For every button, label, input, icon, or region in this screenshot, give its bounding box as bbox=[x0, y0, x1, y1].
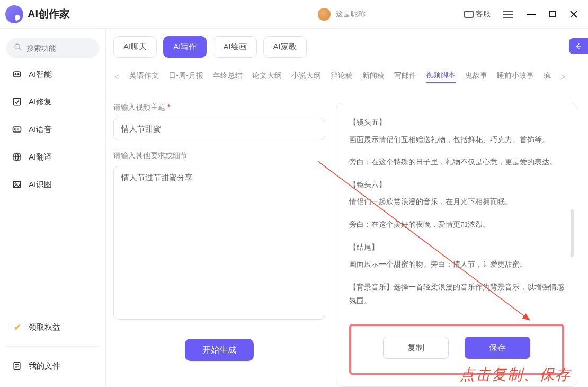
sidebar-item-ai-smart[interactable]: AI智能 bbox=[6, 63, 99, 86]
svg-rect-5 bbox=[13, 127, 21, 132]
svg-point-3 bbox=[17, 74, 19, 75]
app-title: AI创作家 bbox=[28, 7, 70, 21]
sidebar-item-label: AI语音 bbox=[29, 125, 52, 135]
sidebar-item-files[interactable]: 我的文件 bbox=[6, 354, 99, 377]
window-close[interactable] bbox=[565, 6, 583, 22]
sidebar-item-ai-translate[interactable]: AI翻译 bbox=[6, 145, 99, 169]
window-maximize[interactable] bbox=[544, 6, 562, 22]
svg-rect-4 bbox=[13, 98, 20, 105]
right-controls: 客服 — bbox=[461, 6, 583, 22]
user-name: 这是昵称 bbox=[336, 10, 366, 19]
window-minimize[interactable]: — bbox=[522, 6, 540, 22]
subnav-item[interactable]: 年终总结 bbox=[213, 71, 243, 83]
subnav-item[interactable]: 鬼故事 bbox=[465, 71, 487, 83]
sidebar-item-label: AI翻译 bbox=[29, 152, 52, 162]
titlebar: AI创作家 这是昵称 客服 — bbox=[0, 0, 588, 29]
detail-label: 请输入其他要求或细节 bbox=[113, 151, 325, 161]
topic-input[interactable] bbox=[113, 118, 325, 140]
menu-icon[interactable] bbox=[503, 11, 513, 18]
search-input[interactable] bbox=[26, 44, 119, 52]
app-logo bbox=[5, 5, 23, 23]
translate-icon bbox=[12, 152, 22, 162]
sidebar-item-rights[interactable]: 领取权益 bbox=[6, 315, 99, 339]
sidebar-item-ai-repair[interactable]: AI修复 bbox=[6, 90, 99, 113]
subnav-item[interactable]: 日-周-月报 bbox=[168, 71, 203, 83]
search-icon bbox=[14, 43, 22, 54]
tab-ai-write[interactable]: AI写作 bbox=[163, 36, 207, 58]
form-column: 请输入视频主题* 请输入其他要求或细节 情人节过节甜蜜分享 开始生成 bbox=[113, 103, 325, 387]
support-label: 客服 bbox=[476, 10, 491, 19]
sidebar-item-label: AI识图 bbox=[29, 180, 52, 190]
sidebar-item-ai-image[interactable]: AI识图 bbox=[6, 173, 99, 196]
avatar-icon bbox=[318, 8, 331, 21]
repair-icon bbox=[12, 96, 22, 107]
subnav-prev[interactable]: < bbox=[113, 73, 120, 81]
robot-icon bbox=[12, 69, 22, 80]
subnav-item[interactable]: 辩论稿 bbox=[331, 71, 353, 83]
subnav-item[interactable]: 小说大纲 bbox=[291, 71, 321, 83]
sidebar-item-label: 我的文件 bbox=[29, 361, 60, 371]
sidebar-item-label: AI智能 bbox=[29, 69, 52, 80]
annotation-text: 点击复制、保存 bbox=[460, 365, 571, 385]
tabs-row: AI聊天 AI写作 AI绘画 AI家教 bbox=[113, 36, 577, 58]
save-button[interactable]: 保存 bbox=[465, 337, 530, 359]
svg-point-0 bbox=[15, 44, 20, 49]
image-icon bbox=[12, 179, 22, 190]
subnav-next[interactable]: > bbox=[560, 73, 567, 81]
detail-textarea[interactable]: 情人节过节甜蜜分享 bbox=[113, 166, 325, 320]
voice-icon bbox=[12, 124, 22, 135]
content: 请输入视频主题* 请输入其他要求或细节 情人节过节甜蜜分享 开始生成 【镜头五】… bbox=[113, 89, 577, 387]
output-panel: 【镜头五】 画面展示情侣们互相赠送礼物，包括鲜花、巧克力、首饰等。 旁白：在这个… bbox=[336, 103, 577, 387]
subnav-item[interactable]: 论文大纲 bbox=[252, 71, 282, 83]
user-block[interactable]: 这是昵称 bbox=[318, 8, 366, 21]
sidebar-item-label: 领取权益 bbox=[29, 322, 60, 332]
copy-button[interactable]: 复制 bbox=[383, 337, 449, 359]
svg-point-2 bbox=[15, 74, 16, 75]
subnav-item[interactable]: 英语作文 bbox=[129, 71, 159, 83]
search-box[interactable] bbox=[6, 38, 99, 58]
sidebar-item-label: AI修复 bbox=[29, 97, 52, 107]
generate-button[interactable]: 开始生成 bbox=[185, 339, 254, 361]
divider bbox=[6, 346, 99, 347]
subnav-item-active[interactable]: 视频脚本 bbox=[426, 71, 456, 83]
check-icon bbox=[12, 322, 22, 332]
subnav-item[interactable]: 睡前小故事 bbox=[497, 71, 534, 83]
tab-ai-draw[interactable]: AI绘画 bbox=[213, 36, 256, 58]
subnav: < 英语作文 日-周-月报 年终总结 论文大纲 小说大纲 辩论稿 新闻稿 写邮件… bbox=[113, 67, 577, 89]
file-icon bbox=[12, 360, 22, 371]
subnav-item[interactable]: 疯 bbox=[544, 71, 551, 83]
sidebar: AI智能 AI修复 AI语音 AI翻译 AI识图 领取权益 我的文件 bbox=[0, 29, 106, 387]
sidebar-item-ai-voice[interactable]: AI语音 bbox=[6, 118, 99, 141]
back-button[interactable] bbox=[569, 38, 588, 54]
subnav-item[interactable]: 新闻稿 bbox=[362, 71, 385, 83]
support-button[interactable]: 客服 bbox=[461, 7, 494, 21]
topic-label: 请输入视频主题* bbox=[113, 103, 325, 112]
subnav-item[interactable]: 写邮件 bbox=[394, 71, 416, 83]
main: AI聊天 AI写作 AI绘画 AI家教 < 英语作文 日-周-月报 年终总结 论… bbox=[106, 29, 588, 387]
svg-rect-1 bbox=[13, 72, 20, 77]
scrollbar[interactable] bbox=[571, 209, 574, 257]
chat-icon bbox=[464, 11, 474, 18]
tab-ai-tutor[interactable]: AI家教 bbox=[263, 36, 307, 58]
output-text: 【镜头五】 画面展示情侣们互相赠送礼物，包括鲜花、巧克力、首饰等。 旁白：在这个… bbox=[349, 115, 564, 319]
tab-ai-chat[interactable]: AI聊天 bbox=[113, 36, 157, 58]
svg-point-8 bbox=[15, 183, 16, 184]
